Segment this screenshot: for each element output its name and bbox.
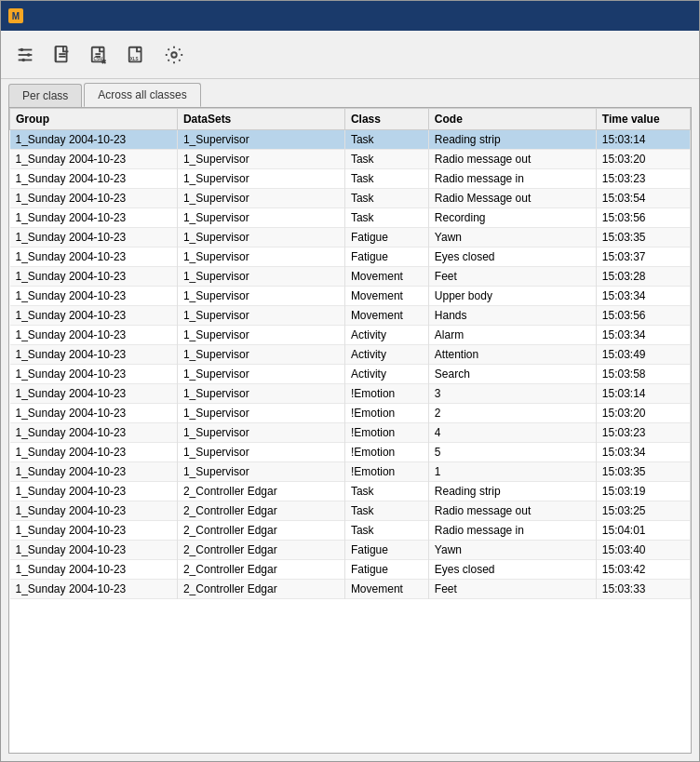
cell-4: 15:03:34 bbox=[596, 326, 690, 345]
cell-1: 1_Supervisor bbox=[177, 208, 344, 228]
table-row[interactable]: 1_Sunday 2004-10-232_Controller EdgarMov… bbox=[10, 580, 691, 599]
cell-3: Yawn bbox=[428, 228, 596, 247]
table-row[interactable]: 1_Sunday 2004-10-231_Supervisor!Emotion3… bbox=[10, 384, 691, 404]
col-header-group[interactable]: Group bbox=[10, 109, 178, 130]
cell-3: Attention bbox=[428, 345, 596, 365]
table-row[interactable]: 1_Sunday 2004-10-232_Controller EdgarTas… bbox=[10, 521, 691, 541]
cell-3: Reading strip bbox=[428, 482, 596, 501]
svg-text:XLS: XLS bbox=[130, 56, 139, 60]
cell-2: Fatigue bbox=[344, 228, 428, 247]
cell-1: 2_Controller Edgar bbox=[177, 580, 344, 599]
cell-1: 2_Controller Edgar bbox=[177, 501, 344, 521]
cell-1: 2_Controller Edgar bbox=[177, 482, 344, 501]
cell-3: Upper body bbox=[428, 287, 596, 306]
cell-1: 1_Supervisor bbox=[177, 462, 344, 482]
cell-0: 1_Sunday 2004-10-23 bbox=[10, 580, 178, 599]
tabs-bar: Per class Across all classes bbox=[1, 79, 699, 107]
table-row[interactable]: 1_Sunday 2004-10-231_SupervisorMovementF… bbox=[10, 267, 691, 287]
settings-button[interactable] bbox=[157, 38, 191, 72]
col-header-class[interactable]: Class bbox=[344, 109, 428, 130]
table-row[interactable]: 1_Sunday 2004-10-231_SupervisorActivityA… bbox=[10, 345, 691, 365]
cell-1: 1_Supervisor bbox=[177, 130, 344, 150]
cell-4: 15:03:14 bbox=[596, 384, 690, 404]
cell-4: 15:03:34 bbox=[596, 443, 690, 462]
cell-2: Movement bbox=[344, 287, 428, 306]
cell-2: !Emotion bbox=[344, 462, 428, 482]
cell-2: Fatigue bbox=[344, 560, 428, 580]
table-row[interactable]: 1_Sunday 2004-10-231_SupervisorTaskRadio… bbox=[10, 150, 691, 169]
cell-3: Radio message in bbox=[428, 521, 596, 541]
col-header-time[interactable]: Time value bbox=[596, 109, 690, 130]
cell-1: 2_Controller Edgar bbox=[177, 560, 344, 580]
table-row[interactable]: 1_Sunday 2004-10-231_SupervisorFatigueEy… bbox=[10, 247, 691, 267]
cell-1: 1_Supervisor bbox=[177, 150, 344, 169]
table-row[interactable]: 1_Sunday 2004-10-231_Supervisor!Emotion2… bbox=[10, 404, 691, 423]
table-row[interactable]: 1_Sunday 2004-10-231_SupervisorActivityS… bbox=[10, 365, 691, 384]
cell-0: 1_Sunday 2004-10-23 bbox=[10, 130, 178, 150]
table-row[interactable]: 1_Sunday 2004-10-231_SupervisorTaskRadio… bbox=[10, 169, 691, 189]
main-window: M bbox=[0, 0, 700, 762]
cell-1: 1_Supervisor bbox=[177, 267, 344, 287]
cell-1: 1_Supervisor bbox=[177, 228, 344, 247]
table-row[interactable]: 1_Sunday 2004-10-231_SupervisorTaskRecor… bbox=[10, 208, 691, 228]
table-row[interactable]: 1_Sunday 2004-10-232_Controller EdgarTas… bbox=[10, 482, 691, 501]
cell-0: 1_Sunday 2004-10-23 bbox=[10, 443, 178, 462]
cell-2: Activity bbox=[344, 326, 428, 345]
cell-3: Radio message in bbox=[428, 169, 596, 189]
cell-3: Yawn bbox=[428, 541, 596, 560]
filter-button[interactable] bbox=[8, 38, 42, 72]
cell-4: 15:03:14 bbox=[596, 130, 690, 150]
table-row[interactable]: 1_Sunday 2004-10-232_Controller EdgarTas… bbox=[10, 501, 691, 521]
cell-3: 3 bbox=[428, 384, 596, 404]
cell-3: Alarm bbox=[428, 326, 596, 345]
cell-4: 15:03:40 bbox=[596, 541, 690, 560]
cell-4: 15:03:34 bbox=[596, 287, 690, 306]
document-button[interactable] bbox=[46, 38, 79, 72]
title-bar-controls bbox=[626, 6, 692, 26]
app-icon: M bbox=[8, 8, 23, 23]
table-row[interactable]: 1_Sunday 2004-10-231_SupervisorActivityA… bbox=[10, 326, 691, 345]
maximize-button[interactable] bbox=[649, 6, 669, 26]
table-row[interactable]: 1_Sunday 2004-10-232_Controller EdgarFat… bbox=[10, 560, 691, 580]
table-row[interactable]: 1_Sunday 2004-10-231_Supervisor!Emotion1… bbox=[10, 462, 691, 482]
cell-2: Fatigue bbox=[344, 541, 428, 560]
cell-4: 15:03:23 bbox=[596, 423, 690, 443]
table-row[interactable]: 1_Sunday 2004-10-231_SupervisorMovementH… bbox=[10, 306, 691, 326]
cell-3: Feet bbox=[428, 267, 596, 287]
cell-1: 1_Supervisor bbox=[177, 423, 344, 443]
col-header-code[interactable]: Code bbox=[428, 109, 596, 130]
table-wrapper[interactable]: Group DataSets Class Code Time value 1_S… bbox=[9, 108, 691, 753]
toolbar: CSV XLS bbox=[1, 31, 699, 79]
cell-4: 15:03:19 bbox=[596, 482, 690, 501]
export-xls-button[interactable]: XLS bbox=[120, 38, 154, 72]
table-row[interactable]: 1_Sunday 2004-10-231_Supervisor!Emotion4… bbox=[10, 423, 691, 443]
cell-0: 1_Sunday 2004-10-23 bbox=[10, 287, 178, 306]
close-button[interactable] bbox=[671, 6, 692, 26]
minimize-button[interactable] bbox=[626, 6, 647, 26]
cell-4: 15:03:58 bbox=[596, 365, 690, 384]
table-row[interactable]: 1_Sunday 2004-10-231_Supervisor!Emotion5… bbox=[10, 443, 691, 462]
cell-0: 1_Sunday 2004-10-23 bbox=[10, 345, 178, 365]
table-row[interactable]: 1_Sunday 2004-10-231_SupervisorMovementU… bbox=[10, 287, 691, 306]
cell-4: 15:03:25 bbox=[596, 501, 690, 521]
cell-3: Eyes closed bbox=[428, 560, 596, 580]
table-row[interactable]: 1_Sunday 2004-10-231_SupervisorTaskReadi… bbox=[10, 130, 691, 150]
cell-3: Hands bbox=[428, 306, 596, 326]
cell-4: 15:03:35 bbox=[596, 462, 690, 482]
cell-4: 15:03:20 bbox=[596, 404, 690, 423]
cell-1: 1_Supervisor bbox=[177, 443, 344, 462]
cell-0: 1_Sunday 2004-10-23 bbox=[10, 541, 178, 560]
col-header-datasets[interactable]: DataSets bbox=[177, 109, 344, 130]
tab-across-all-classes[interactable]: Across all classes bbox=[84, 83, 200, 107]
table-row[interactable]: 1_Sunday 2004-10-231_SupervisorTaskRadio… bbox=[10, 189, 691, 208]
cell-4: 15:03:20 bbox=[596, 150, 690, 169]
cell-0: 1_Sunday 2004-10-23 bbox=[10, 404, 178, 423]
cell-4: 15:03:33 bbox=[596, 580, 690, 599]
table-row[interactable]: 1_Sunday 2004-10-231_SupervisorFatigueYa… bbox=[10, 228, 691, 247]
cell-1: 1_Supervisor bbox=[177, 365, 344, 384]
table-row[interactable]: 1_Sunday 2004-10-232_Controller EdgarFat… bbox=[10, 541, 691, 560]
export-csv-button[interactable]: CSV bbox=[83, 38, 116, 72]
tab-per-class[interactable]: Per class bbox=[8, 84, 82, 107]
cell-0: 1_Sunday 2004-10-23 bbox=[10, 208, 178, 228]
cell-2: Task bbox=[344, 482, 428, 501]
